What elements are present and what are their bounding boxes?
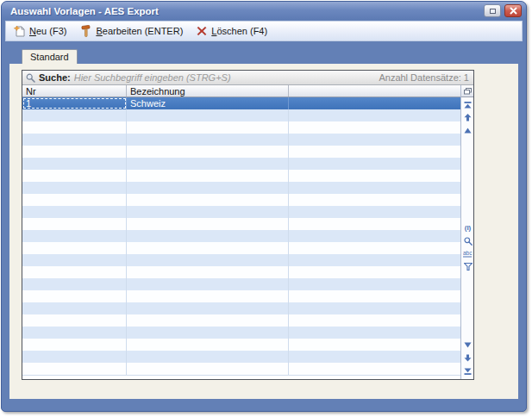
table-row-empty [22, 218, 460, 230]
tab-page: Suche: Hier Suchbegriff eingeben (STRG+S… [9, 64, 518, 399]
table-row-empty [22, 182, 460, 194]
page-down-icon [464, 354, 472, 362]
tab-strip: Standard [9, 41, 518, 64]
table-header-row: Nr Bezeichnung [22, 85, 460, 97]
column-header-nr[interactable]: Nr [22, 85, 127, 96]
table-row-empty [22, 121, 460, 134]
table-row-empty [22, 242, 460, 254]
table-row-empty [22, 254, 460, 266]
search-input[interactable]: Hier Suchbegriff eingeben (STRG+S) [74, 72, 376, 83]
table-row-empty [22, 363, 460, 375]
column-header-empty[interactable] [289, 85, 460, 96]
templates-grid: Suche: Hier Suchbegriff eingeben (STRG+S… [22, 70, 474, 380]
table-row-empty [22, 158, 460, 170]
column-chooser-button[interactable] [461, 85, 473, 97]
table-row-empty [22, 314, 460, 327]
touch-indicator: (I) [465, 224, 472, 232]
table-row-empty [22, 206, 460, 218]
search-magnifier-icon [464, 237, 473, 246]
table-row-empty [22, 266, 460, 278]
record-count: Anzahl Datensätze: 1 [379, 72, 469, 83]
table-row-empty [22, 278, 460, 290]
go-to-first-icon [464, 102, 472, 109]
delete-x-icon [197, 26, 207, 36]
table-row-empty [22, 339, 460, 351]
new-button[interactable]: Neu (F3) [14, 25, 66, 37]
search-label: Suche: [39, 72, 71, 83]
restore-window-icon [490, 9, 496, 14]
page-down-button[interactable] [461, 352, 473, 364]
svg-text:abc: abc [463, 250, 473, 256]
incremental-search-button[interactable] [461, 234, 473, 247]
table-row-empty [22, 302, 460, 314]
filter-funnel-icon [464, 263, 473, 271]
go-to-last-button[interactable] [461, 364, 473, 377]
table-row-selected[interactable]: 1 Schweiz [22, 97, 460, 109]
table-row-empty [22, 290, 460, 302]
table-row-empty [22, 109, 460, 121]
table-body: 1 Schweiz [22, 97, 460, 379]
table-row-empty [22, 134, 460, 146]
page-up-button[interactable] [461, 111, 473, 124]
grid-navigator: (I) abc [460, 85, 473, 379]
column-header-bezeichnung[interactable]: Bezeichnung [127, 85, 289, 96]
edit-button-label: Bearbeiten (ENTER) [96, 26, 183, 36]
table-row-empty [22, 230, 460, 242]
edit-button[interactable]: Bearbeiten (ENTER) [80, 25, 183, 37]
table-row-empty [22, 146, 460, 158]
row-down-button[interactable] [461, 339, 473, 352]
window-titlebar[interactable]: Auswahl Vorlagen - AES Export [2, 2, 526, 20]
row-down-icon [464, 342, 472, 348]
table-row-empty [22, 351, 460, 363]
row-up-button[interactable] [461, 124, 473, 137]
table-row-empty [22, 194, 460, 206]
cell-empty [289, 97, 460, 109]
go-to-first-button[interactable] [461, 98, 473, 111]
window-title: Auswahl Vorlagen - AES Export [10, 6, 480, 16]
new-button-label: Neu (F3) [29, 26, 66, 36]
dialog-window: Auswahl Vorlagen - AES Export Neu (F3) B [1, 1, 527, 412]
filter-button[interactable] [461, 260, 473, 273]
abc-sort-button[interactable]: abc [461, 247, 473, 260]
tab-standard-label: Standard [30, 52, 69, 62]
close-button[interactable] [504, 4, 522, 17]
delete-button-label: Löschen (F4) [211, 26, 267, 36]
page-up-icon [464, 114, 472, 121]
touch-indicator-button[interactable]: (I) [461, 221, 473, 234]
search-magnifier-icon [26, 73, 35, 83]
table-filler [22, 375, 460, 379]
cell-bezeichnung: Schweiz [127, 97, 289, 109]
abc-text-icon: abc [463, 250, 473, 258]
table-row-empty [22, 327, 460, 339]
go-to-last-icon [464, 368, 472, 375]
hammer-edit-icon [80, 25, 91, 37]
table-row-empty [22, 170, 460, 182]
close-x-icon [510, 7, 517, 15]
cell-nr: 1 [22, 97, 127, 109]
row-up-icon [464, 128, 472, 134]
maximize-button[interactable] [484, 4, 501, 17]
column-chooser-icon [464, 88, 472, 95]
search-panel[interactable]: Suche: Hier Suchbegriff eingeben (STRG+S… [22, 71, 473, 85]
new-document-icon [14, 25, 25, 37]
toolbar: Neu (F3) Bearbeiten (ENTER) Löschen (F4) [5, 21, 523, 41]
delete-button[interactable]: Löschen (F4) [197, 26, 267, 36]
tab-standard[interactable]: Standard [22, 49, 78, 64]
table-area: Nr Bezeichnung 1 Schweiz [22, 85, 460, 379]
